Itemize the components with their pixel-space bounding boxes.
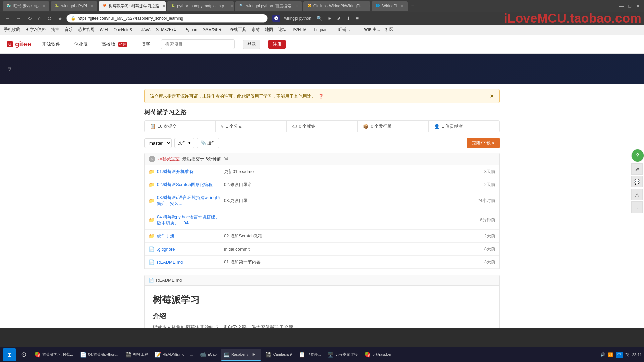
table-row[interactable]: 📁 04.树莓派python语言环境搭建、版本切换、... 04 6分钟前 [145, 210, 499, 230]
file-name-0[interactable]: 01.树莓派开机准备 [157, 169, 224, 175]
bookmark-16[interactable]: Luquan_... [313, 27, 334, 33]
tab-6[interactable]: 🐱 GitHub · WiringPi/WiringPi·... ✕ [303, 1, 370, 11]
tab-3-close[interactable]: ✕ [163, 4, 166, 8]
minimize-button[interactable]: — [618, 2, 625, 10]
attach-button[interactable]: 📎 挂件 [197, 138, 220, 148]
tray-lang-en[interactable]: 英 [625, 352, 629, 358]
tab-5[interactable]: 🔍 wiringpi python_百度搜索 ✕ [235, 1, 302, 11]
tray-lang-zh[interactable]: 中 [616, 352, 623, 358]
taskbar-item-1[interactable]: 📄 04.树莓派python... [77, 349, 121, 361]
bookmark-11[interactable]: 在线工具 [229, 26, 248, 33]
bookmark-0[interactable]: 手机收藏 [3, 26, 21, 33]
nav-blog[interactable]: 博客 [138, 41, 153, 47]
taskbar-item-2[interactable]: 🎬 视频工程 [122, 349, 151, 361]
taskbar-circle-icon[interactable]: ⊙ [17, 349, 30, 361]
register-button[interactable]: 注册 [268, 40, 286, 49]
share-float-button[interactable]: ⇗ [631, 163, 643, 175]
tab-4-close[interactable]: ✕ [231, 4, 234, 8]
bookmark-9[interactable]: Python [183, 27, 198, 33]
triangle-float-button[interactable]: △ [631, 189, 643, 200]
clone-button[interactable]: 克隆/下载 ▾ [467, 138, 500, 148]
tab-2[interactable]: 🐍 wiringpi · PyPI ✕ [51, 1, 97, 11]
bookmark-3[interactable]: 音乐 [63, 26, 74, 33]
tab-5-close[interactable]: ✕ [295, 4, 298, 8]
login-button[interactable]: 登录 [243, 40, 260, 49]
arrow-float-button[interactable]: ↓ [631, 201, 643, 213]
file-name-3[interactable]: 04.树莓派python语言环境搭建、版本切换、... 04 [157, 214, 224, 226]
taskbar-item-5[interactable]: 💻 Raspberry - [R... [221, 349, 261, 361]
bookmark-18[interactable]: ... [354, 27, 360, 33]
back-button[interactable]: ← [3, 14, 12, 23]
nav-college[interactable]: 高校版 特荐 [99, 41, 130, 47]
bookmark-13[interactable]: 地图 [264, 26, 274, 33]
gitee-logo[interactable]: G gitee [7, 40, 31, 48]
tab-7-close[interactable]: ✕ [400, 4, 404, 8]
stat-contributors[interactable]: 👤 1 位贡献者 [429, 121, 499, 132]
bookmark-7[interactable]: JAVA [140, 27, 152, 33]
table-row[interactable]: 📁 02.树莓派Scratch图形化编程 02.修改目录名 2天前 [145, 178, 499, 191]
taskbar-item-4[interactable]: 📹 ECap [197, 349, 219, 361]
bookmark-2[interactable]: 淘宝 [50, 26, 61, 33]
download-icon[interactable]: ⬇ [345, 14, 352, 22]
nav-enterprise[interactable]: 企业版 [71, 41, 91, 47]
bookmark-14[interactable]: 论坛 [277, 26, 288, 33]
file-button[interactable]: 文件 ▾ [174, 138, 194, 148]
file-name-5[interactable]: .gitignore [157, 247, 224, 252]
page-scroll-area[interactable]: G gitee 开源软件 企业版 高校版 特荐 博客 登录 注册 [0, 35, 644, 328]
file-name-2[interactable]: 03.树莓派c语言环境搭建wiringPi简介、安装... [157, 195, 224, 207]
taskbar-item-3[interactable]: 📝 README.md - T... [152, 349, 196, 361]
stat-commits[interactable]: 📋 10 次提交 [145, 121, 216, 132]
bookmark-17[interactable]: 旺铺... [337, 26, 351, 33]
home-button[interactable]: ⌂ [36, 14, 43, 23]
tab-7[interactable]: 🌐 WiringPi ✕ [372, 1, 408, 11]
stat-releases[interactable]: 📦 0 个发行版 [358, 121, 429, 132]
taskbar-item-6[interactable]: 🎬 Camtasia 9 [263, 349, 295, 361]
close-button[interactable]: ✕ [635, 2, 641, 10]
tab-1[interactable]: 🏪 旺铺-素材中心 ✕ [3, 1, 49, 11]
share-icon[interactable]: ⇗ [336, 14, 342, 22]
forward-button[interactable]: → [14, 14, 23, 23]
bookmark-5[interactable]: WIFI [98, 27, 109, 33]
taskbar-item-9[interactable]: 🍓 pi@raspberr... [362, 349, 398, 361]
table-row[interactable]: 📁 01.树莓派开机准备 更新01.readme 3天前 [145, 165, 499, 178]
grid-icon[interactable]: ⊞ [326, 14, 333, 22]
commit-author[interactable]: 神秘藏宝室 [158, 156, 180, 162]
taskbar-item-7[interactable]: 📋 已暂停... [296, 349, 323, 361]
stat-branches[interactable]: ⑂ 1 个分支 [216, 121, 287, 132]
bookmark-button[interactable]: ★ [56, 14, 64, 23]
start-button[interactable]: ⊞ [3, 348, 16, 361]
taskbar-clock[interactable]: 22:44 [632, 353, 641, 357]
chat-float-button[interactable]: 💬 [631, 176, 643, 187]
file-name-6[interactable]: README.md [157, 260, 224, 265]
bookmark-19[interactable]: WIKI主... [363, 26, 381, 33]
file-name-4[interactable]: 硬件手册 [157, 233, 224, 239]
tray-icon-network[interactable]: 📶 [608, 352, 613, 357]
new-tab-button[interactable]: + [409, 3, 417, 10]
refresh-button[interactable]: ↻ [25, 14, 34, 23]
bookmark-8[interactable]: STM32F74... [155, 27, 180, 33]
tab-3[interactable]: 🦊 树莓派学习: 树莓派学习之路 ✕ [99, 1, 166, 11]
tray-icon-keyboard[interactable]: 🔊 [600, 352, 605, 357]
table-row[interactable]: 📄 README.md 01.增加第一节内容 3天前 [145, 256, 499, 269]
maximize-button[interactable]: □ [627, 2, 633, 10]
notice-close[interactable]: ✕ [490, 93, 494, 99]
table-row[interactable]: 📁 硬件手册 02.增加Scratch教程 2天前 [145, 230, 499, 243]
bookmark-15[interactable]: JS/HTML [290, 27, 310, 33]
tab-2-close[interactable]: ✕ [90, 4, 93, 8]
table-row[interactable]: 📁 03.树莓派c语言环境搭建wiringPi简介、安装... 03.更改目录 … [145, 191, 499, 210]
bookmark-1[interactable]: ✦ 学习资料 [24, 26, 47, 33]
branch-select[interactable]: master [144, 138, 172, 148]
file-name-1[interactable]: 02.树莓派Scratch图形化编程 [157, 182, 224, 188]
bookmark-4[interactable]: 芯片官网 [77, 26, 96, 33]
taskbar-item-8[interactable]: 🖥️ 远程桌面连接 [325, 349, 360, 361]
tab-6-close[interactable]: ✕ [368, 4, 370, 8]
taskbar-item-0[interactable]: 🍓 树莓派学习: 树莓... [32, 349, 76, 361]
search-input[interactable] [161, 39, 235, 49]
bookmark-10[interactable]: GSM/GPR... [201, 27, 226, 33]
stat-tags[interactable]: 🏷 0 个标签 [287, 121, 358, 132]
tab-1-close[interactable]: ✕ [42, 4, 45, 8]
address-bar[interactable]: 🔒 https://gitee.com/null_695_7527/raspbe… [66, 14, 268, 23]
nav-opensrc[interactable]: 开源软件 [39, 41, 63, 47]
help-float-button[interactable]: ? [631, 149, 644, 162]
bookmark-6[interactable]: OneNote&... [112, 27, 137, 33]
